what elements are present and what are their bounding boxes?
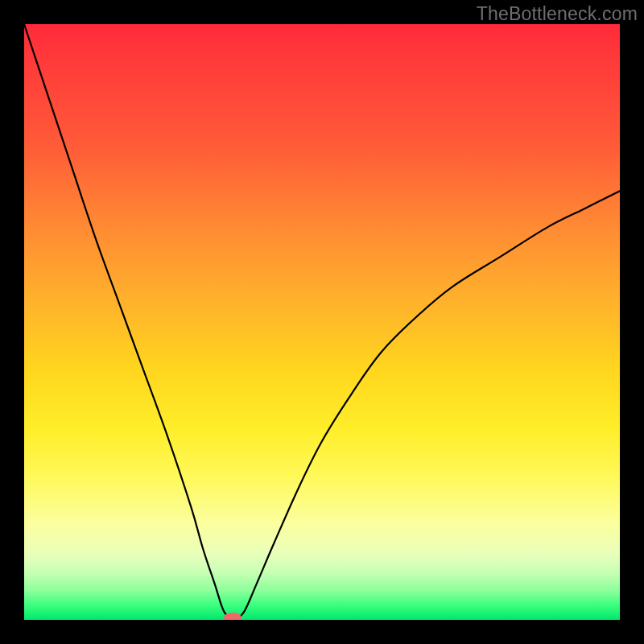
plot-area	[24, 24, 620, 620]
curve-svg	[24, 24, 620, 620]
bottleneck-curve	[24, 24, 620, 620]
chart-stage: TheBottleneck.com	[0, 0, 644, 644]
watermark-text: TheBottleneck.com	[477, 3, 638, 25]
